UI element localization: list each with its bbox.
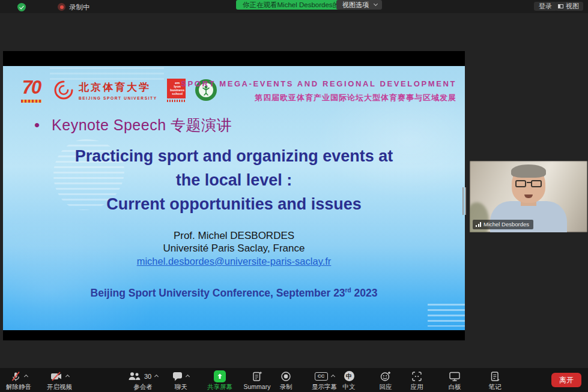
view-layout-icon [558, 4, 563, 8]
apps-label: 应用 [402, 383, 432, 391]
participant-name: Michel Desbordes [483, 221, 529, 228]
chat-label: 聊天 [163, 383, 198, 391]
camera-muted-icon [50, 372, 62, 381]
slide-header: SPORT MEGA-EVENTS AND REGIONAL DEVELOPME… [181, 79, 456, 103]
language-label: 中文 [334, 383, 364, 391]
bsu-name-chinese: 北京体育大学 [79, 80, 157, 94]
decorative-stripes [428, 304, 465, 327]
apps-icon [411, 371, 422, 382]
record-label: 录制 [271, 383, 301, 391]
reactions-label: 回应 [371, 383, 401, 391]
view-button-label: 视图 [566, 2, 579, 10]
chat-bubble-icon [172, 372, 183, 381]
conference-title-chinese: 第四届欧亚体育产业国际论坛大型体育赛事与区域发展 [181, 92, 456, 103]
speaker-affiliation: Université Paris Saclay, France [3, 242, 465, 255]
participant-name-tag: Michel Desbordes [473, 220, 533, 229]
speaker-name: Prof. Michel DESBORDES [3, 229, 465, 242]
speaker-email-link[interactable]: michel.desbordes@universite-paris-saclay… [137, 255, 332, 268]
sign-in-button[interactable]: 登录 [534, 2, 557, 11]
slide-title-line-1: Practicing sport and organizing events a… [3, 144, 465, 168]
checkmark-icon [19, 4, 24, 9]
keynote-heading: • Keynote Speech 专题演讲 [34, 115, 232, 135]
whiteboard-label: 白板 [438, 383, 471, 391]
chevron-up-icon[interactable] [23, 375, 28, 379]
slide-title: Practicing sport and organizing events a… [3, 144, 465, 216]
summary-label: Summary [238, 383, 276, 390]
whiteboard-button[interactable]: 白板 [438, 370, 471, 391]
conference-date-year: 2023 [351, 287, 378, 299]
whiteboard-icon [449, 372, 461, 381]
chevron-up-icon[interactable] [65, 375, 69, 379]
conference-date-ordinal: rd [345, 287, 351, 294]
microphone-muted-icon [10, 371, 21, 382]
slide-title-line-3: Current opportunities and issues [3, 192, 465, 216]
view-options-button[interactable]: 视图选项 [336, 0, 382, 10]
notes-icon [490, 371, 500, 382]
unmute-button[interactable]: 解除静音 [1, 370, 36, 391]
shared-screen-area: 70 北京体育大学 BEIJING SPORT UNIVERSITY em ly… [3, 51, 465, 340]
panel-divider-handle[interactable] [462, 187, 467, 215]
participant-video-thumbnail[interactable]: Michel Desbordes [470, 161, 587, 232]
bullet-icon: • [34, 116, 40, 134]
share-screen-icon [214, 370, 226, 382]
connection-signal-icon [476, 222, 482, 227]
share-screen-label: 共享屏幕 [201, 383, 239, 391]
share-screen-button[interactable]: 共享屏幕 [201, 370, 239, 391]
participants-count: 30 [144, 373, 151, 380]
beijing-sport-university-logo: 北京体育大学 BEIJING SPORT UNIVERSITY [53, 80, 157, 100]
start-video-label: 开启视频 [40, 383, 79, 391]
apps-button[interactable]: 应用 [402, 370, 432, 391]
slide-title-line-2: the local level : [3, 168, 465, 192]
participants-button[interactable]: 30 参会者 [118, 370, 168, 391]
view-button[interactable]: 视图 [555, 2, 583, 11]
bsu-swirl-icon [53, 80, 74, 100]
chinese-language-icon: 中 [344, 371, 354, 381]
participants-label: 参会者 [118, 383, 168, 391]
anniversary-logo-bars [21, 100, 41, 103]
recording-label: 录制中 [69, 3, 90, 12]
presentation-slide: 70 北京体育大学 BEIJING SPORT UNIVERSITY em ly… [3, 66, 465, 330]
conference-date-main: Beijing Sport University Conference, Sep… [91, 287, 345, 299]
reactions-smiley-icon [380, 371, 391, 382]
70th-anniversary-logo: 70 [19, 76, 44, 104]
notes-button[interactable]: 笔记 [479, 370, 511, 391]
chat-button[interactable]: 聊天 [163, 370, 198, 391]
participant-glasses [514, 180, 543, 187]
summary-document-icon [252, 371, 262, 382]
speaker-block: Prof. Michel DESBORDES Université Paris … [3, 229, 465, 268]
summary-button[interactable]: Summary [238, 370, 276, 391]
zoom-meeting-window: 录制中 你正在观看Michel Desbordes的屏幕 视图选项 登录 视图 … [0, 0, 588, 392]
top-bar: 录制中 你正在观看Michel Desbordes的屏幕 视图选项 登录 视图 [0, 0, 588, 13]
chevron-up-icon[interactable] [154, 375, 159, 379]
record-icon [280, 371, 291, 382]
chevron-down-icon [374, 2, 378, 6]
notes-label: 笔记 [479, 383, 511, 391]
chevron-up-icon[interactable] [186, 375, 190, 379]
conference-date-line: Beijing Sport University Conference, Sep… [3, 287, 465, 300]
start-video-button[interactable]: 开启视频 [40, 370, 79, 391]
view-options-label: 视图选项 [342, 1, 369, 8]
language-button[interactable]: 中 中文 [334, 370, 364, 391]
unmute-label: 解除静音 [1, 383, 36, 391]
participants-icon [128, 372, 141, 381]
participant-hair [511, 164, 546, 178]
bsu-name-english: BEIJING SPORT UNIVERSITY [79, 96, 157, 100]
reactions-button[interactable]: 回应 [371, 370, 401, 391]
meeting-toolbar: 解除静音 开启视频 30 [0, 368, 588, 392]
record-button[interactable]: 录制 [271, 370, 301, 391]
closed-captions-icon: CC [315, 372, 328, 381]
security-shield-icon[interactable] [17, 3, 26, 11]
leave-meeting-button[interactable]: 离开 [551, 373, 581, 387]
anniversary-number: 70 [19, 76, 44, 100]
conference-title-english: SPORT MEGA-EVENTS AND REGIONAL DEVELOPME… [181, 79, 456, 88]
keynote-heading-text: Keynote Speech 专题演讲 [52, 115, 232, 135]
recording-indicator-icon [58, 3, 65, 11]
